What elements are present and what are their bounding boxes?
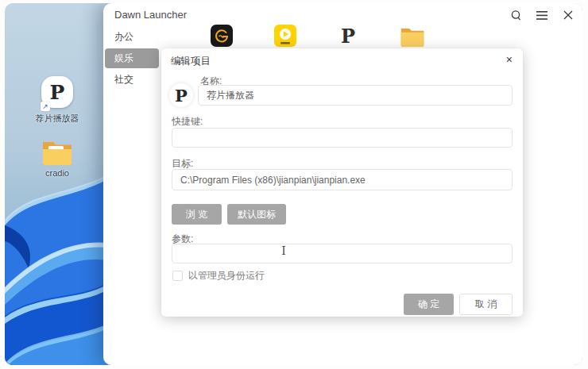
item-icon[interactable]: P: [169, 83, 193, 107]
folder-app-icon[interactable]: [400, 25, 425, 50]
jianpian-logo-glyph: P: [50, 83, 65, 102]
jianpian-app-icon[interactable]: P: [341, 25, 355, 48]
desktop-icon-label: cradio: [32, 168, 83, 178]
screen: P ↗ 荐片播放器 cradio Dawn Launcher: [0, 0, 588, 369]
tab-entertainment[interactable]: 娱乐: [105, 48, 159, 68]
tab-social[interactable]: 社交: [105, 70, 159, 90]
name-input[interactable]: [198, 85, 513, 106]
desktop: P ↗ 荐片播放器 cradio Dawn Launcher: [5, 3, 582, 365]
tab-office[interactable]: 办公: [105, 27, 159, 47]
run-as-admin-label: 以管理员身份运行: [188, 269, 265, 283]
shortcut-field-label: 快捷键:: [172, 115, 203, 129]
desktop-icon-label: 荐片播放器: [32, 113, 83, 125]
cancel-button[interactable]: 取 消: [459, 294, 513, 315]
item-icon-glyph: P: [175, 86, 188, 106]
edit-item-dialog: 编辑项目 × 名称: P 快捷键: 目标: 浏 览 默认图标 参数: I: [161, 48, 523, 317]
category-sidebar: 办公 娱乐 社交: [103, 25, 161, 91]
player-app-icon[interactable]: [274, 25, 296, 50]
shortcut-input[interactable]: [172, 128, 513, 148]
run-as-admin-row: 以管理员身份运行: [172, 269, 265, 283]
dawn-launcher-window: Dawn Launcher 办公 娱乐 社交: [103, 3, 582, 365]
dialog-close-icon[interactable]: ×: [506, 53, 513, 67]
folder-icon: [41, 138, 73, 165]
search-icon[interactable]: [509, 9, 522, 21]
close-icon[interactable]: [562, 9, 574, 21]
browse-button[interactable]: 浏 览: [172, 204, 222, 225]
jianpian-app-icon: P ↗: [41, 76, 74, 110]
titlebar: Dawn Launcher: [103, 3, 582, 25]
ok-button[interactable]: 确 定: [404, 294, 454, 315]
dialog-title: 编辑项目: [171, 55, 211, 68]
menu-icon[interactable]: [536, 9, 548, 21]
default-icon-button[interactable]: 默认图标: [227, 204, 286, 225]
params-input[interactable]: [172, 244, 513, 263]
desktop-icon-cradio[interactable]: cradio: [32, 138, 83, 178]
desktop-icon-jianpian[interactable]: P ↗ 荐片播放器: [32, 76, 83, 125]
window-title: Dawn Launcher: [114, 9, 187, 21]
target-input[interactable]: [172, 169, 513, 190]
run-as-admin-checkbox[interactable]: [172, 271, 183, 281]
shortcut-arrow-icon: ↗: [41, 102, 50, 111]
g-app-icon[interactable]: [211, 25, 233, 50]
wallpaper-bloom-graphic: [5, 176, 108, 365]
